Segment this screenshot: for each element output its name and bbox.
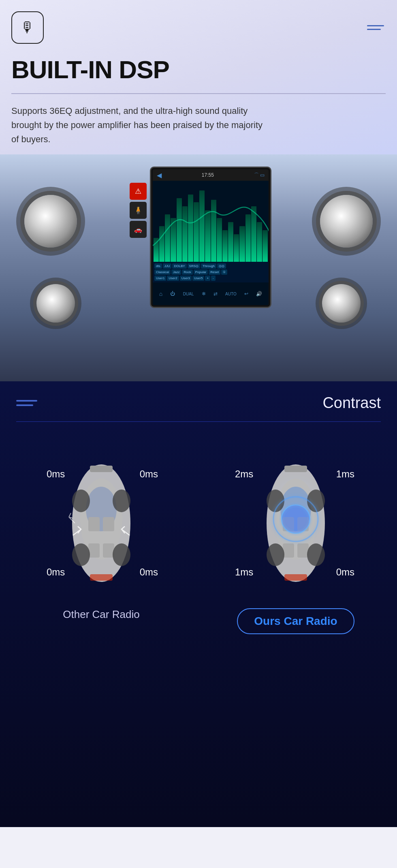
eq-bar xyxy=(251,206,256,262)
eq-tag-reset: Reset xyxy=(209,269,220,275)
eq-tag-jazz: Jazz xyxy=(171,269,181,275)
screen-topbar: ◀ 17:55 ⌒ ▭ xyxy=(153,169,269,181)
eq-tag-jju: JJU xyxy=(163,263,172,269)
eq-tag-dts: dts xyxy=(154,263,162,269)
eq-bar xyxy=(171,218,176,262)
contrast-header: Contrast xyxy=(0,381,397,421)
eq-tag-minus: - xyxy=(211,276,216,281)
car-image-area: ⚠ 🧍 🚗 ◀ 17:55 ⌒ ▭ xyxy=(0,154,397,381)
svg-rect-12 xyxy=(90,574,113,581)
speaker-left-top xyxy=(24,195,77,248)
eq-bar xyxy=(228,222,233,262)
eq-bar xyxy=(222,230,228,262)
main-screen: ◀ 17:55 ⌒ ▭ xyxy=(150,167,271,308)
warning-icon: ⚠ xyxy=(130,183,147,200)
our-timing-top-right: 1ms xyxy=(336,468,354,480)
screen-bottom-bar: ⌂ ⏻ DUAL ❄ ⇄ AUTO ↩ 🔊 xyxy=(153,282,269,305)
main-title: BUILT-IN DSP xyxy=(11,56,384,83)
other-car-view: 0ms 0ms 0ms 0ms xyxy=(49,446,154,600)
ours-car-label-button[interactable]: Ours Car Radio xyxy=(237,608,354,634)
home-icon: ⌂ xyxy=(159,291,162,297)
our-timing-bottom-left: 1ms xyxy=(235,567,253,578)
our-timing-bottom-right: 0ms xyxy=(336,567,354,578)
our-car-comparison: 2ms 1ms 1ms 0ms xyxy=(203,446,389,634)
eq-bar xyxy=(245,214,251,262)
svg-rect-3 xyxy=(88,517,100,531)
eq-bar xyxy=(263,230,268,262)
eq-settings: dts JJU DOLBY SRS◎ Through ◎◎ Classical … xyxy=(153,262,269,282)
speaker-right-bottom xyxy=(322,284,361,323)
eq-tag-through: Through xyxy=(201,263,216,269)
eq-tags-row3: User1 User2 User3 User5 + - xyxy=(154,276,267,281)
eq-bar xyxy=(257,222,262,262)
other-car-label: Other Car Radio xyxy=(63,608,139,621)
logo-icon: 🎙 xyxy=(20,19,35,36)
title-divider xyxy=(11,93,386,94)
eq-bar xyxy=(211,200,216,262)
eq-tag-rock: Rock xyxy=(182,269,192,275)
svg-point-27 xyxy=(282,505,310,533)
svg-point-7 xyxy=(72,490,90,512)
eq-bar xyxy=(194,202,199,262)
eq-tag-plus: + xyxy=(205,276,210,281)
volume-icon-bottom: 🔊 xyxy=(256,291,262,297)
eq-tag-popular: Popular xyxy=(194,269,208,275)
bottom-section: Contrast 0ms 0ms 0ms 0ms xyxy=(0,381,397,827)
svg-point-23 xyxy=(307,543,325,566)
power-icon: ⏻ xyxy=(170,291,175,297)
eq-bar xyxy=(165,214,170,262)
svg-rect-25 xyxy=(284,574,307,581)
title-area: BUILT-IN DSP xyxy=(0,52,397,83)
svg-point-8 xyxy=(113,490,130,512)
logo-box: 🎙 xyxy=(11,11,44,44)
menu-button[interactable] xyxy=(367,25,384,30)
dual-label: DUAL xyxy=(183,292,194,296)
car-icon: 🚗 xyxy=(130,221,147,238)
other-timing-top-right: 0ms xyxy=(140,468,158,480)
eq-tags-row1: dts JJU DOLBY SRS◎ Through ◎◎ xyxy=(154,263,267,269)
eq-tag-user2: User2 xyxy=(167,276,179,281)
seatbelt-icon: 🧍 xyxy=(130,202,147,219)
other-timing-bottom-right: 0ms xyxy=(140,567,158,578)
eq-tag-srs: SRS◎ xyxy=(188,263,200,269)
center-console: ⚠ 🧍 🚗 ◀ 17:55 ⌒ ▭ xyxy=(126,167,271,308)
svg-rect-18 xyxy=(283,543,294,558)
svg-rect-6 xyxy=(103,543,114,558)
contrast-label: Contrast xyxy=(322,394,381,412)
eq-tags-row2: Classical Jazz Rock Popular Reset ① xyxy=(154,269,267,275)
eq-bar xyxy=(234,234,239,262)
volume-icon: ◀ xyxy=(157,171,162,179)
header: 🎙 xyxy=(0,0,397,52)
svg-rect-24 xyxy=(284,466,307,472)
auto-label: AUTO xyxy=(225,292,237,296)
our-timing-top-left: 2ms xyxy=(235,468,253,480)
svg-rect-11 xyxy=(90,466,113,472)
sidebar-icons: ⚠ 🧍 🚗 xyxy=(130,183,147,238)
svg-rect-4 xyxy=(103,517,114,531)
comparison-area: 0ms 0ms 0ms 0ms xyxy=(0,422,397,667)
svg-rect-5 xyxy=(88,543,100,558)
our-car-svg xyxy=(255,454,336,592)
speaker-left-bottom xyxy=(36,284,75,323)
wifi-icon: ⌒ ▭ xyxy=(254,172,265,179)
eq-tag-user1: User1 xyxy=(154,276,166,281)
eq-tag-dolby: DOLBY xyxy=(172,263,186,269)
eq-tag-power: ① xyxy=(221,269,227,275)
eq-bars-container xyxy=(153,181,269,262)
our-car-view: 2ms 1ms 1ms 0ms xyxy=(243,446,348,600)
eq-bar xyxy=(177,198,182,262)
svg-point-9 xyxy=(72,543,90,566)
eq-tag-misc: ◎◎ xyxy=(217,263,226,269)
subtitle-text: Supports 36EQ adjustment, and the ultra-… xyxy=(0,104,275,155)
speaker-right-top xyxy=(320,195,373,248)
screen-time: 17:55 xyxy=(202,172,214,178)
svg-rect-19 xyxy=(297,543,309,558)
top-section: 🎙 BUILT-IN DSP Supports 36EQ adjustment,… xyxy=(0,0,397,381)
fan-icon: ⇄ xyxy=(213,291,218,297)
svg-point-10 xyxy=(113,543,130,566)
eq-bar xyxy=(182,206,188,262)
eq-bar xyxy=(154,238,159,262)
eq-bar xyxy=(199,190,205,262)
ac-icon: ❄ xyxy=(202,291,206,297)
contrast-lines-icon xyxy=(16,400,37,406)
